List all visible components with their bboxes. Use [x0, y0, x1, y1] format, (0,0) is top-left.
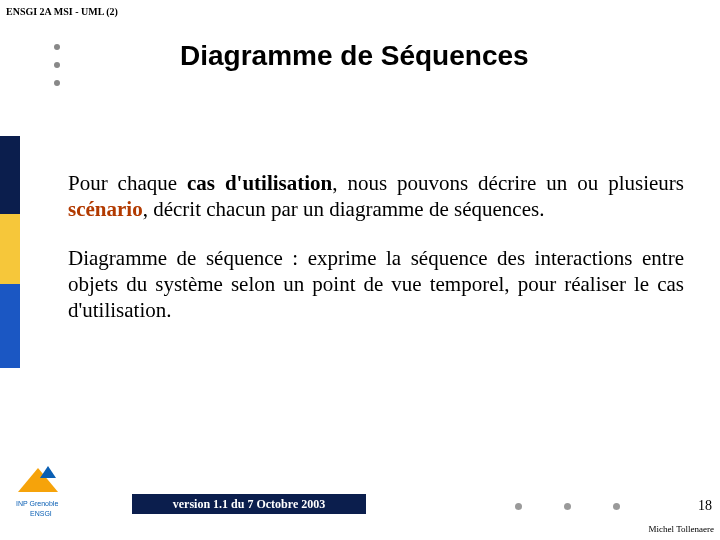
- svg-marker-1: [40, 466, 56, 478]
- paragraph-1: Pour chaque cas d'utilisation, nous pouv…: [68, 170, 684, 223]
- inp-grenoble-logo: INP Grenoble ENSGI: [16, 464, 86, 520]
- slide-body: Pour chaque cas d'utilisation, nous pouv…: [68, 170, 684, 345]
- version-bar: version 1.1 du 7 Octobre 2003: [132, 494, 366, 514]
- version-text: version 1.1 du 7 Octobre 2003: [173, 497, 325, 512]
- bar-blue: [0, 284, 20, 368]
- course-header: ENSGI 2A MSI - UML (2): [6, 6, 118, 17]
- p1-scenario: scénario: [68, 197, 143, 221]
- side-color-bars: [0, 136, 20, 368]
- slide: ENSGI 2A MSI - UML (2) Diagramme de Séqu…: [0, 0, 720, 540]
- p1-text: Pour chaque: [68, 171, 187, 195]
- p1-text: , décrit chacun par un diagramme de séqu…: [143, 197, 545, 221]
- slide-title: Diagramme de Séquences: [180, 40, 660, 72]
- p1-text: , nous pouvons décrire un ou plusieurs: [332, 171, 684, 195]
- footer-dot: [613, 503, 620, 510]
- bullet-dot: [54, 80, 60, 86]
- page-number: 18: [698, 498, 712, 514]
- title-bullets: [54, 32, 60, 98]
- logo-line-2: ENSGI: [30, 510, 52, 517]
- paragraph-2: Diagramme de séquence : exprime la séque…: [68, 245, 684, 324]
- footer-dot: [515, 503, 522, 510]
- footer-dot: [564, 503, 571, 510]
- bar-yellow: [0, 214, 20, 284]
- bullet-dot: [54, 44, 60, 50]
- p1-use-case: cas d'utilisation: [187, 171, 332, 195]
- author-name: Michel Tollenaere: [649, 524, 714, 534]
- bullet-dot: [54, 62, 60, 68]
- footer-dots: [515, 503, 620, 510]
- bar-navy: [0, 136, 20, 214]
- svg-marker-0: [18, 468, 58, 492]
- logo-icon: INP Grenoble ENSGI: [16, 464, 86, 520]
- logo-line-1: INP Grenoble: [16, 500, 58, 507]
